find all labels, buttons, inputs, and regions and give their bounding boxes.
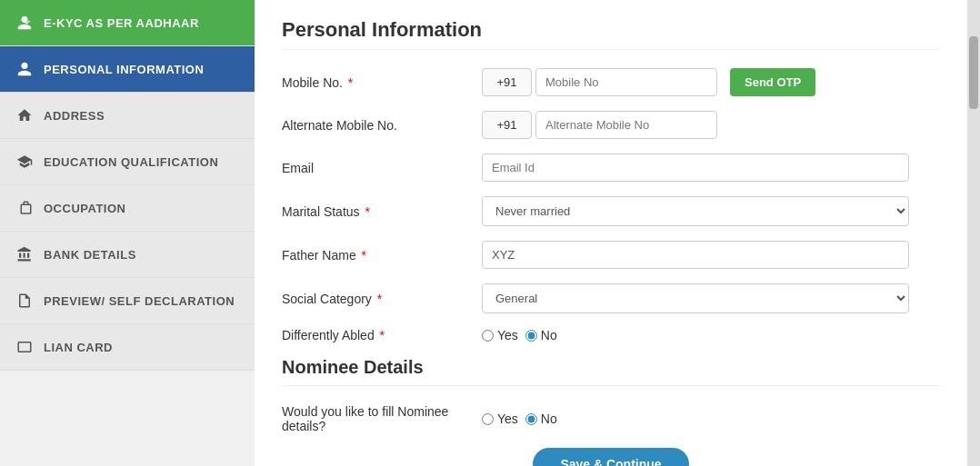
sidebar-item-preview[interactable]: PREVIEW/ SELF DECLARATION [0, 278, 255, 324]
mobile-required: * [348, 75, 353, 90]
alt-mobile-input[interactable] [535, 111, 717, 139]
marital-required: * [365, 204, 369, 219]
sidebar-item-occupation-label: OCCUPATION [44, 202, 125, 215]
differently-abled-radio-group: Yes No [482, 328, 557, 342]
alt-country-code: +91 [482, 111, 532, 139]
sidebar-item-education[interactable]: EDUCATION QUALIFICATION [0, 139, 255, 185]
nominee-yes-label[interactable]: Yes [482, 411, 518, 426]
mobile-row: Mobile No. * +91 Send OTP [282, 68, 940, 96]
nominee-yes-radio[interactable] [482, 413, 494, 425]
alt-mobile-input-group: +91 [482, 111, 717, 139]
marital-select[interactable]: Never married Married Divorced Widowed [482, 196, 909, 226]
email-row: Email [282, 154, 940, 182]
sidebar-item-education-label: EDUCATION QUALIFICATION [44, 155, 218, 169]
nominee-radio-group: Yes No [482, 411, 557, 426]
email-label: Email [282, 161, 482, 175]
page-title: Personal Information [282, 18, 940, 50]
social-row: Social Category * General OBC SC ST [282, 283, 940, 313]
nominee-no-label[interactable]: No [525, 411, 557, 426]
person-icon [15, 59, 35, 79]
sidebar-item-address[interactable]: ADDRESS [0, 93, 255, 139]
differently-abled-yes-radio[interactable] [482, 330, 494, 342]
differently-abled-no-label[interactable]: No [525, 328, 557, 342]
sidebar-item-bank-label: BANK DETAILS [44, 248, 136, 262]
mobile-input-group: +91 Send OTP [482, 68, 815, 96]
differently-abled-no-radio[interactable] [525, 330, 537, 342]
email-input[interactable] [482, 154, 909, 182]
briefcase-icon [15, 198, 35, 218]
mobile-label: Mobile No. * [282, 75, 482, 90]
sidebar-item-lian[interactable]: LIAN CARD [0, 324, 255, 371]
differently-abled-yes-label[interactable]: Yes [482, 328, 518, 342]
save-continue-button[interactable]: Save & Continue [533, 448, 688, 466]
sidebar-item-ekyc[interactable]: E-KYC AS PER AADHAAR [0, 0, 255, 46]
scrollbar-thumb[interactable] [969, 36, 978, 109]
user-check-icon [15, 13, 35, 33]
alt-mobile-label: Alternate Mobile No. [282, 118, 482, 133]
sidebar-item-personal[interactable]: PERSONAL INFORMATION [0, 46, 255, 93]
sidebar-item-preview-label: PREVIEW/ SELF DECLARATION [44, 294, 235, 308]
sidebar-item-personal-label: PERSONAL INFORMATION [44, 63, 204, 76]
social-required: * [377, 292, 382, 306]
sidebar-item-occupation[interactable]: OCCUPATION [0, 185, 255, 232]
father-label: Father Name * [282, 248, 482, 263]
sidebar-item-address-label: ADDRESS [44, 109, 105, 123]
bank-icon [15, 244, 35, 264]
differently-abled-label: Differently Abled * [282, 328, 482, 342]
social-select[interactable]: General OBC SC ST [482, 283, 909, 313]
father-row: Father Name * [282, 241, 940, 269]
nominee-no-radio[interactable] [525, 413, 537, 425]
differently-abled-row: Differently Abled * Yes No [282, 328, 940, 342]
alt-mobile-row: Alternate Mobile No. +91 [282, 111, 940, 139]
home-icon [15, 105, 35, 125]
nominee-section-title: Nominee Details [282, 357, 940, 386]
sidebar: E-KYC AS PER AADHAAR PERSONAL INFORMATIO… [0, 0, 255, 466]
marital-row: Marital Status * Never married Married D… [282, 196, 940, 226]
scrollbar[interactable] [967, 0, 980, 466]
marital-label: Marital Status * [282, 204, 482, 219]
sidebar-item-lian-label: LIAN CARD [44, 341, 113, 354]
sidebar-item-bank[interactable]: BANK DETAILS [0, 232, 255, 278]
send-otp-button[interactable]: Send OTP [730, 68, 815, 96]
father-required: * [362, 248, 366, 263]
nominee-question-label: Would you like to fill Nominee details? [282, 404, 482, 433]
social-label: Social Category * [282, 292, 482, 306]
differently-abled-required: * [380, 328, 385, 342]
mobile-input[interactable] [535, 68, 717, 96]
mobile-country-code: +91 [482, 68, 532, 96]
father-input[interactable] [482, 241, 909, 269]
graduation-icon [15, 152, 35, 172]
main-content: Personal Information Mobile No. * +91 Se… [255, 0, 967, 466]
document-icon [15, 291, 35, 311]
card-icon [15, 337, 35, 357]
sidebar-item-ekyc-label: E-KYC AS PER AADHAAR [44, 16, 199, 30]
nominee-question-row: Would you like to fill Nominee details? … [282, 404, 940, 433]
